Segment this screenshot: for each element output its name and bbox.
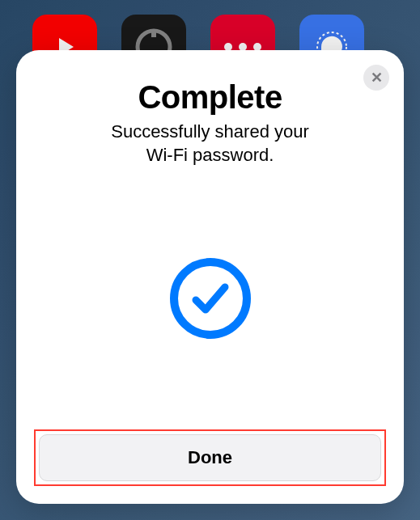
close-button[interactable]: ✕ — [363, 65, 389, 91]
close-icon: ✕ — [371, 69, 383, 87]
success-icon-container — [34, 167, 386, 429]
completion-sheet: ✕ Complete Successfully shared your Wi-F… — [16, 50, 404, 504]
done-button-highlight: Done — [34, 429, 386, 486]
sheet-subtitle: Successfully shared your Wi-Fi password. — [34, 120, 386, 167]
checkmark-icon — [189, 277, 231, 319]
done-button[interactable]: Done — [39, 434, 381, 481]
sheet-title: Complete — [34, 79, 386, 116]
checkmark-circle-icon — [170, 258, 251, 339]
